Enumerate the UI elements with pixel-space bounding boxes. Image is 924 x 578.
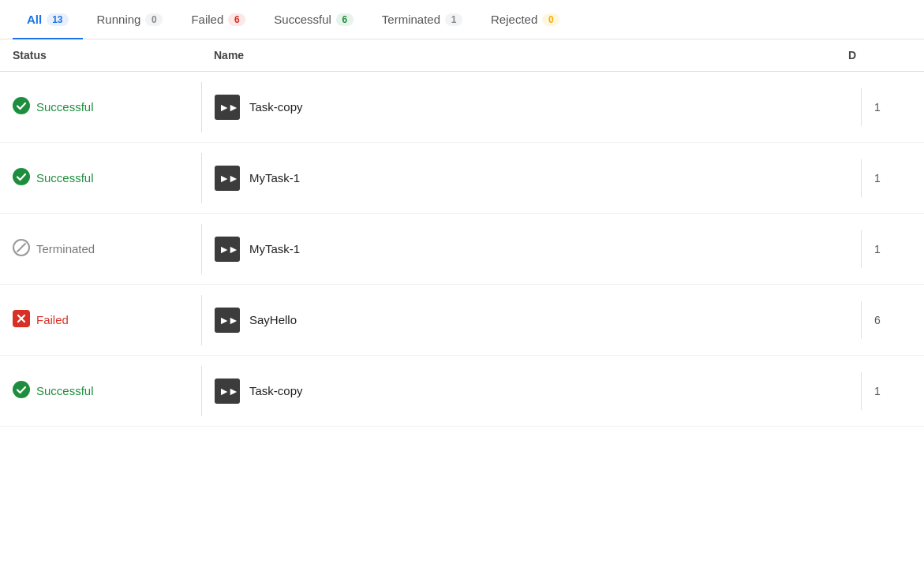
tab-successful[interactable]: Successful 6 xyxy=(260,0,368,39)
tab-badge-successful: 6 xyxy=(336,13,354,26)
table-row[interactable]: Successful ►► Task-copy 1 xyxy=(0,72,924,143)
date-cell-4: 1 xyxy=(861,372,924,410)
name-cell-4[interactable]: ►► Task-copy xyxy=(201,366,861,416)
status-cell-1: Successful xyxy=(0,155,201,200)
name-cell-3[interactable]: ►► SayHello xyxy=(201,295,861,345)
name-cell-2[interactable]: ►► MyTask-1 xyxy=(201,224,861,274)
tab-label-rejected: Rejected xyxy=(491,13,537,26)
tab-badge-rejected: 0 xyxy=(542,13,559,26)
date-cell-0: 1 xyxy=(861,88,924,126)
status-icon-successful xyxy=(13,97,30,117)
name-cell-1[interactable]: ►► MyTask-1 xyxy=(201,153,861,203)
task-name-3: SayHello xyxy=(249,313,297,326)
tab-badge-running: 0 xyxy=(145,13,163,26)
tab-badge-failed: 6 xyxy=(228,13,245,26)
table-container: Status Name D Successful ►► Task-copy 1 xyxy=(0,39,924,427)
task-icon-2: ►► xyxy=(215,237,240,262)
svg-point-1 xyxy=(13,168,30,185)
task-icon-0: ►► xyxy=(215,95,240,120)
task-icon-4: ►► xyxy=(215,378,240,404)
tab-label-all: All xyxy=(27,13,42,26)
status-label-3: Failed xyxy=(36,313,69,326)
column-date: D xyxy=(848,49,911,62)
status-cell-3: Failed xyxy=(0,297,201,342)
tab-failed[interactable]: Failed 6 xyxy=(177,0,260,39)
svg-point-0 xyxy=(13,97,30,114)
tab-label-terminated: Terminated xyxy=(382,13,440,26)
date-cell-2: 1 xyxy=(861,230,924,268)
status-label-0: Successful xyxy=(36,100,94,114)
task-icon-3: ►► xyxy=(215,308,240,333)
table-body: Successful ►► Task-copy 1 Successful ►► … xyxy=(0,72,924,427)
name-cell-0[interactable]: ►► Task-copy xyxy=(201,82,861,132)
svg-point-5 xyxy=(13,381,30,398)
status-icon-successful xyxy=(13,168,30,188)
status-cell-0: Successful xyxy=(0,84,201,129)
table-row[interactable]: Terminated ►► MyTask-1 1 xyxy=(0,214,924,285)
task-name-4: Task-copy xyxy=(249,384,303,397)
table-header: Status Name D xyxy=(0,39,924,72)
task-name-2: MyTask-1 xyxy=(249,242,300,255)
tab-badge-all: 13 xyxy=(47,13,68,26)
task-icon-1: ►► xyxy=(215,166,240,191)
status-label-1: Successful xyxy=(36,171,94,185)
tab-label-successful: Successful xyxy=(274,13,331,26)
status-icon-successful xyxy=(13,381,30,401)
column-name: Name xyxy=(214,49,848,62)
task-name-0: Task-copy xyxy=(249,100,303,114)
status-cell-4: Successful xyxy=(0,368,201,413)
tab-label-running: Running xyxy=(97,13,141,26)
status-cell-2: Terminated xyxy=(0,226,201,271)
tabs-bar: All 13 Running 0 Failed 6 Successful 6 T… xyxy=(0,0,924,39)
table-row[interactable]: Successful ►► MyTask-1 1 xyxy=(0,143,924,214)
tab-terminated[interactable]: Terminated 1 xyxy=(368,0,477,39)
table-row[interactable]: Successful ►► Task-copy 1 xyxy=(0,356,924,427)
tab-rejected[interactable]: Rejected 0 xyxy=(477,0,574,39)
svg-line-3 xyxy=(17,244,25,252)
status-label-4: Successful xyxy=(36,384,94,397)
status-icon-failed xyxy=(13,310,30,330)
date-cell-1: 1 xyxy=(861,159,924,197)
tab-all[interactable]: All 13 xyxy=(13,0,83,39)
tab-badge-terminated: 1 xyxy=(445,13,462,26)
tab-label-failed: Failed xyxy=(191,13,223,26)
task-name-1: MyTask-1 xyxy=(249,171,300,185)
tab-running[interactable]: Running 0 xyxy=(83,0,178,39)
status-label-2: Terminated xyxy=(36,242,95,255)
column-status: Status xyxy=(13,49,214,62)
date-cell-3: 6 xyxy=(861,301,924,339)
table-row[interactable]: Failed ►► SayHello 6 xyxy=(0,285,924,356)
status-icon-terminated xyxy=(13,239,30,259)
